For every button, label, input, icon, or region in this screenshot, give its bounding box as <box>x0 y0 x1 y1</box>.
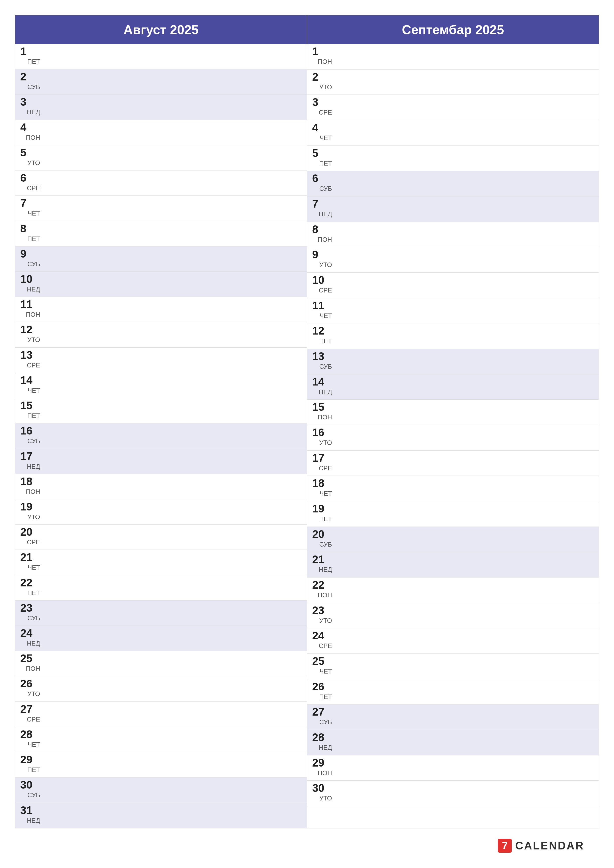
day-cell: 15ПЕТ <box>20 400 40 420</box>
day-cell: 8ПЕТ <box>20 223 40 243</box>
day-cell: 27СРЕ <box>20 704 40 724</box>
day-row: 14ЧЕТ <box>16 373 307 398</box>
day-name: СРЕ <box>319 108 332 117</box>
day-name: СУБ <box>28 260 40 268</box>
day-name: УТО <box>28 690 40 698</box>
day-row: 12УТО <box>16 322 307 347</box>
day-cell: 28НЕД <box>312 732 332 752</box>
day-name: ЧЕТ <box>319 312 332 320</box>
day-number: 26 <box>20 678 40 689</box>
day-cell: 21ЧЕТ <box>20 552 40 572</box>
day-row: 2СУБ <box>16 69 307 95</box>
day-name: СРЕ <box>27 538 40 547</box>
day-name: НЕД <box>27 285 40 294</box>
day-number: 1 <box>312 46 332 57</box>
day-name: СРЕ <box>27 184 40 192</box>
day-row: 6СУБ <box>307 171 598 197</box>
day-cell: 11ЧЕТ <box>312 300 332 320</box>
day-name: УТО <box>319 261 332 269</box>
day-number: 30 <box>312 783 332 794</box>
day-name: НЕД <box>27 817 40 825</box>
day-number: 21 <box>20 552 40 563</box>
day-name: НЕД <box>319 388 332 397</box>
day-row: 10СРЕ <box>307 273 598 298</box>
day-row: 21НЕД <box>307 552 598 578</box>
day-number: 4 <box>20 122 40 133</box>
day-cell: 13СРЕ <box>20 350 40 370</box>
day-number: 13 <box>312 351 332 362</box>
day-number: 28 <box>312 732 332 743</box>
day-number: 4 <box>312 122 332 133</box>
day-name: УТО <box>28 336 40 344</box>
day-name: УТО <box>319 795 332 803</box>
day-cell: 11ПОН <box>20 299 40 319</box>
day-number: 27 <box>312 707 332 717</box>
day-cell: 10НЕД <box>20 274 40 294</box>
day-row: 16СУБ <box>16 423 307 449</box>
day-number: 18 <box>20 476 40 487</box>
day-row: 19ПЕТ <box>307 501 598 527</box>
day-row: 8ПЕТ <box>16 221 307 246</box>
day-row: 27СРЕ <box>16 702 307 727</box>
day-row: 27СУБ <box>307 704 598 730</box>
day-number: 21 <box>312 554 332 565</box>
day-number: 25 <box>312 656 332 666</box>
day-number: 18 <box>312 478 332 489</box>
svg-text:7: 7 <box>502 840 508 851</box>
day-number: 12 <box>312 326 332 336</box>
day-name: СУБ <box>28 437 40 445</box>
day-row: 13СУБ <box>307 349 598 374</box>
day-cell: 9УТО <box>312 249 332 269</box>
day-row: 8ПОН <box>307 222 598 248</box>
day-number: 24 <box>312 630 332 641</box>
day-row: 14НЕД <box>307 374 598 400</box>
day-name: УТО <box>28 159 40 167</box>
day-number: 30 <box>20 780 40 790</box>
day-number: 16 <box>20 425 40 436</box>
day-number: 14 <box>312 377 332 387</box>
day-cell: 12ПЕТ <box>312 326 332 346</box>
day-cell: 18ПОН <box>20 476 40 496</box>
day-cell: 26ПЕТ <box>312 681 332 701</box>
day-number: 5 <box>312 148 332 159</box>
empty-day <box>307 806 598 828</box>
day-number: 15 <box>312 401 332 412</box>
day-number: 1 <box>20 46 40 57</box>
day-row: 2УТО <box>307 70 598 95</box>
day-number: 19 <box>312 503 332 514</box>
day-name: ЧЕТ <box>28 741 40 749</box>
day-cell: 17НЕД <box>20 451 40 471</box>
day-number: 29 <box>20 754 40 765</box>
month-header-1: Септембар 2025 <box>307 16 598 44</box>
day-name: СРЕ <box>27 361 40 370</box>
day-row: 31НЕД <box>16 803 307 828</box>
day-row: 30СУБ <box>16 777 307 803</box>
day-row: 16УТО <box>307 425 598 451</box>
day-cell: 16УТО <box>312 427 332 447</box>
day-name: ПЕТ <box>27 766 40 774</box>
day-row: 24НЕД <box>16 626 307 651</box>
day-cell: 1ПЕТ <box>20 46 40 66</box>
day-cell: 1ПОН <box>312 46 332 66</box>
day-cell: 12УТО <box>20 324 40 344</box>
day-row: 4ПОН <box>16 120 307 145</box>
day-row: 26ПЕТ <box>307 679 598 705</box>
day-name: ПЕТ <box>27 235 40 243</box>
day-name: УТО <box>28 513 40 521</box>
day-row: 6СРЕ <box>16 170 307 196</box>
day-name: ПОН <box>318 236 332 244</box>
day-row: 29ПЕТ <box>16 752 307 777</box>
day-number: 13 <box>20 350 40 361</box>
day-row: 30УТО <box>307 781 598 806</box>
day-cell: 25ЧЕТ <box>312 656 332 676</box>
day-name: НЕД <box>319 210 332 219</box>
day-number: 9 <box>20 248 40 259</box>
month-days-0: 1ПЕТ2СУБ3НЕД4ПОН5УТО6СРЕ7ЧЕТ8ПЕТ9СУБ10НЕ… <box>16 44 307 828</box>
day-row: 23УТО <box>307 603 598 628</box>
day-row: 22ПОН <box>307 578 598 603</box>
day-cell: 3СРЕ <box>312 97 332 117</box>
day-number: 22 <box>20 577 40 588</box>
day-row: 7ЧЕТ <box>16 196 307 221</box>
day-row: 9СУБ <box>16 246 307 272</box>
day-number: 20 <box>20 527 40 538</box>
